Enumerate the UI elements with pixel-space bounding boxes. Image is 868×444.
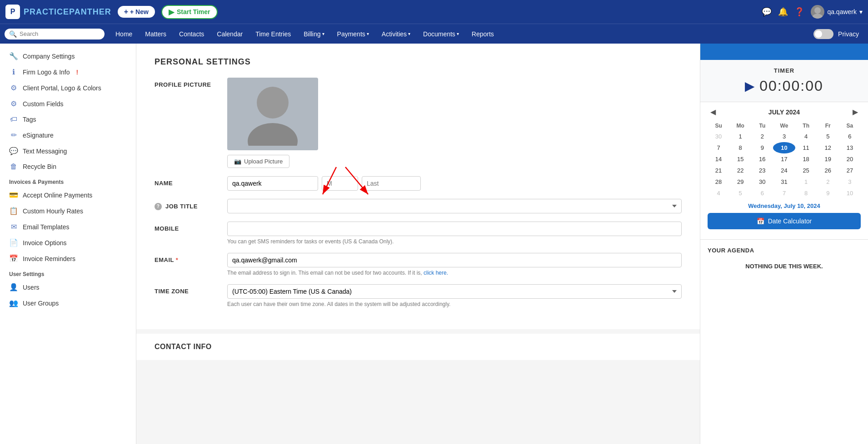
cal-day-cell[interactable]: 9 <box>751 142 773 153</box>
search-box[interactable]: 🔍 <box>5 29 105 39</box>
start-timer-button[interactable]: ▶ Start Timer <box>161 5 218 19</box>
email-input[interactable] <box>227 253 682 267</box>
message-icon: 💬 <box>9 147 18 155</box>
mobile-input[interactable] <box>227 222 682 236</box>
sidebar-item-email-templates[interactable]: ✉ Email Templates <box>0 219 136 235</box>
cal-day-cell[interactable]: 19 <box>817 153 839 165</box>
nav-documents[interactable]: Documents▾ <box>417 24 465 44</box>
cal-day-cell[interactable]: 8 <box>729 142 751 153</box>
nav-payments[interactable]: Payments▾ <box>331 24 375 44</box>
sidebar-item-company-settings[interactable]: 🔧 Company Settings <box>0 48 136 64</box>
help-icon[interactable]: ❓ <box>794 7 804 17</box>
cal-day-cell[interactable]: 12 <box>817 142 839 153</box>
timezone-label: TIME ZONE <box>155 284 218 295</box>
cal-day-cell[interactable]: 9 <box>817 187 839 199</box>
cal-day-cell[interactable]: 2 <box>817 176 839 187</box>
search-input[interactable] <box>20 30 100 37</box>
cal-day-cell[interactable]: 22 <box>729 165 751 176</box>
cal-day-cell[interactable]: 6 <box>751 187 773 199</box>
cal-day-cell[interactable]: 24 <box>773 165 795 176</box>
bell-icon[interactable]: 🔔 <box>778 7 788 17</box>
agenda-title: YOUR AGENDA <box>708 247 861 254</box>
sidebar-item-custom-hourly[interactable]: 📋 Custom Hourly Rates <box>0 203 136 219</box>
nav-calendar[interactable]: Calendar <box>210 24 249 44</box>
date-calculator-button[interactable]: 📅 Date Calculator <box>708 213 861 229</box>
sidebar-item-recycle-bin[interactable]: 🗑 Recycle Bin <box>0 159 136 174</box>
upload-picture-button[interactable]: 📷 Upload Picture <box>227 155 289 168</box>
cal-day-cell[interactable]: 5 <box>817 131 839 142</box>
nav-activities[interactable]: Activities▾ <box>375 24 417 44</box>
nav-matters[interactable]: Matters <box>139 24 173 44</box>
cal-day-cell[interactable]: 21 <box>708 165 729 176</box>
timer-section: TIMER ▶ 00:00:00 <box>700 60 868 102</box>
cal-day-cell[interactable]: 3 <box>773 131 795 142</box>
cal-day-cell[interactable]: 5 <box>729 187 751 199</box>
cal-day-cell[interactable]: 29 <box>729 176 751 187</box>
cal-day-cell[interactable]: 26 <box>817 165 839 176</box>
cal-day-cell[interactable]: 30 <box>708 131 729 142</box>
sidebar-item-tags[interactable]: 🏷 Tags <box>0 112 136 127</box>
last-name-input[interactable] <box>362 176 421 191</box>
timezone-select[interactable]: (UTC-05:00) Eastern Time (US & Canada) <box>227 284 682 299</box>
job-title-row: ? JOB TITLE <box>155 199 682 213</box>
sidebar-item-invoice-options[interactable]: 📄 Invoice Options <box>0 235 136 251</box>
calendar-prev[interactable]: ◀ <box>708 108 718 116</box>
cal-day-cell[interactable]: 6 <box>839 131 861 142</box>
sidebar-item-client-portal[interactable]: ⚙ Client Portal, Logo & Colors <box>0 80 136 96</box>
job-title-label: ? JOB TITLE <box>155 199 218 210</box>
cal-day-cell[interactable]: 16 <box>751 153 773 165</box>
sidebar-item-user-groups[interactable]: 👥 User Groups <box>0 295 136 311</box>
cal-day-cell[interactable]: 20 <box>839 153 861 165</box>
cal-day-cell[interactable]: 10 <box>773 142 795 153</box>
cal-day-cell[interactable]: 13 <box>839 142 861 153</box>
privacy-toggle[interactable] <box>813 29 833 39</box>
sidebar-item-text-messaging[interactable]: 💬 Text Messaging <box>0 143 136 159</box>
cal-day-cell[interactable]: 11 <box>795 142 817 153</box>
user-menu[interactable]: qa.qawerk ▾ <box>811 5 863 19</box>
first-name-input[interactable] <box>227 176 318 191</box>
cal-day-cell[interactable]: 10 <box>839 187 861 199</box>
sidebar-item-esignature[interactable]: ✏ eSignature <box>0 127 136 143</box>
nav-time-entries[interactable]: Time Entries <box>249 24 297 44</box>
nav-billing[interactable]: Billing▾ <box>297 24 330 44</box>
cal-day-cell[interactable]: 25 <box>795 165 817 176</box>
sidebar-item-users[interactable]: 👤 Users <box>0 279 136 295</box>
cal-day-cell[interactable]: 3 <box>839 176 861 187</box>
cal-day-cell[interactable]: 1 <box>729 131 751 142</box>
cal-day-cell[interactable]: 7 <box>708 142 729 153</box>
cal-day-cell[interactable]: 7 <box>773 187 795 199</box>
cal-day-cell[interactable]: 31 <box>773 176 795 187</box>
fields-icon: ⚙ <box>9 99 18 108</box>
profile-picture-box <box>227 78 318 150</box>
cal-day-cell[interactable]: 8 <box>795 187 817 199</box>
sidebar-item-firm-logo[interactable]: ℹ Firm Logo & Info ! <box>0 64 136 80</box>
cal-day-cell[interactable]: 30 <box>751 176 773 187</box>
nav-contacts[interactable]: Contacts <box>173 24 210 44</box>
cal-day-cell[interactable]: 2 <box>751 131 773 142</box>
cal-day-cell[interactable]: 15 <box>729 153 751 165</box>
cal-day-cell[interactable]: 17 <box>773 153 795 165</box>
nav-reports[interactable]: Reports <box>465 24 500 44</box>
agenda-empty: NOTHING DUE THIS WEEK. <box>708 258 861 274</box>
cal-day-cell[interactable]: 4 <box>708 187 729 199</box>
cal-day-cell[interactable]: 18 <box>795 153 817 165</box>
job-title-select[interactable] <box>227 199 682 213</box>
sidebar: 🔧 Company Settings ℹ Firm Logo & Info ! … <box>0 44 136 444</box>
sidebar-item-accept-payments[interactable]: 💳 Accept Online Payments <box>0 187 136 203</box>
middle-name-input[interactable] <box>322 176 358 191</box>
chat-icon[interactable]: 💬 <box>762 7 772 17</box>
tag-icon: 🏷 <box>9 115 18 123</box>
cal-day-cell[interactable]: 28 <box>708 176 729 187</box>
cal-day-cell[interactable]: 14 <box>708 153 729 165</box>
cal-day-cell[interactable]: 27 <box>839 165 861 176</box>
cal-day-cell[interactable]: 1 <box>795 176 817 187</box>
calendar-next[interactable]: ▶ <box>850 108 861 116</box>
timer-play-icon[interactable]: ▶ <box>745 79 755 94</box>
sidebar-item-custom-fields[interactable]: ⚙ Custom Fields <box>0 96 136 112</box>
sidebar-item-invoice-reminders[interactable]: 📅 Invoice Reminders <box>0 251 136 266</box>
new-button[interactable]: + + New <box>117 5 156 19</box>
email-hint-link[interactable]: click here. <box>424 270 448 276</box>
cal-day-cell[interactable]: 4 <box>795 131 817 142</box>
cal-day-cell[interactable]: 23 <box>751 165 773 176</box>
nav-home[interactable]: Home <box>109 24 139 44</box>
